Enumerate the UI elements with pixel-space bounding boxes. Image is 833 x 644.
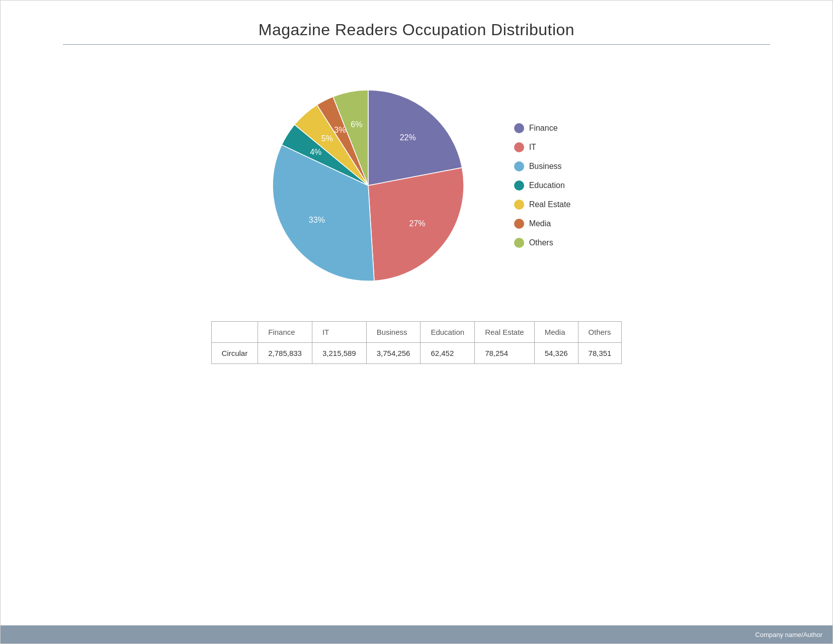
table-cell-education: 62,452 [421,343,475,364]
pie-label-business: 33% [308,216,324,224]
pie-label-finance: 22% [399,133,415,142]
table-header-Finance: Finance [258,322,312,343]
legend-dot [514,142,524,152]
table-header-Education: Education [421,322,475,343]
table-header-Media: Media [534,322,578,343]
table-header-Business: Business [366,322,421,343]
table-header-Others: Others [578,322,622,343]
legend-item-real-estate: Real Estate [514,200,571,210]
legend-dot [514,123,524,133]
page-container: Magazine Readers Occupation Distribution… [0,0,833,644]
legend-label: Real Estate [529,200,571,209]
legend-label: Finance [529,124,558,133]
table-header-empty [211,322,258,343]
table-header-IT: IT [312,322,366,343]
title-area: Magazine Readers Occupation Distribution [1,1,832,50]
chart-section: 22%27%33%4%5%3%6% FinanceITBusinessEduca… [1,50,832,311]
data-table: FinanceITBusinessEducationReal EstateMed… [211,321,622,364]
pie-label-education: 4% [310,148,321,156]
legend-dot [514,161,524,171]
pie-label-others: 6% [351,120,362,129]
legend-dot [514,238,524,248]
table-cell-others: 78,351 [578,343,622,364]
legend-item-education: Education [514,180,571,191]
legend-item-finance: Finance [514,123,571,133]
footer-text: Company name/Author [755,631,822,638]
legend-label: Education [529,181,565,190]
table-header-Real Estate: Real Estate [475,322,535,343]
pie-label-it: 27% [409,219,425,228]
table-cell-it: 3,215,589 [312,343,366,364]
legend-item-it: IT [514,142,571,152]
pie-label-media: 3% [334,126,346,134]
footer: Company name/Author [1,625,832,643]
pie-svg: 22%27%33%4%5%3%6% [263,80,474,291]
legend-dot [514,180,524,191]
table-cell-media: 54,326 [534,343,578,364]
legend-dot [514,200,524,210]
pie-chart: 22%27%33%4%5%3%6% [263,80,474,291]
legend-label: Others [529,238,553,247]
chart-title: Magazine Readers Occupation Distribution [1,21,832,39]
legend-label: IT [529,143,536,152]
table-row-label: Circular [211,343,258,364]
table-row: Circular2,785,8333,215,5893,754,25662,45… [211,343,622,364]
legend-label: Media [529,219,551,228]
legend-dot [514,219,524,229]
pie-label-real-estate: 5% [321,134,332,143]
table-section: FinanceITBusinessEducationReal EstateMed… [1,321,832,364]
legend-item-media: Media [514,219,571,229]
legend-item-others: Others [514,238,571,248]
legend: FinanceITBusinessEducationReal EstateMed… [514,123,571,248]
legend-label: Business [529,162,562,171]
legend-item-business: Business [514,161,571,171]
table-cell-real-estate: 78,254 [475,343,535,364]
title-divider [63,44,770,45]
table-cell-business: 3,754,256 [366,343,421,364]
table-cell-finance: 2,785,833 [258,343,312,364]
